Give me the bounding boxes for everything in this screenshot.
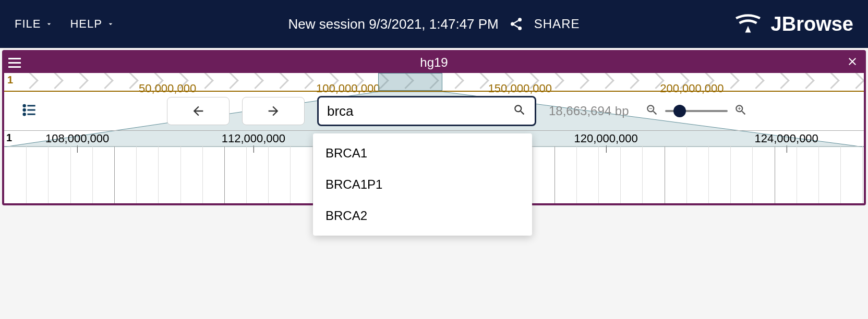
brand-logo: JBrowse	[733, 13, 853, 35]
location-search-box[interactable]	[317, 96, 536, 126]
svg-point-4	[23, 105, 26, 107]
detail-chr-label: 1	[6, 132, 12, 144]
session-area: New session 9/3/2021, 1:47:47 PM SHARE	[288, 16, 580, 32]
basepair-span-label: 18,663,694 bp	[549, 104, 629, 118]
autocomplete-item[interactable]: BRCA1P1	[313, 169, 532, 200]
close-icon	[846, 55, 859, 68]
arrow-left-icon	[191, 104, 206, 118]
file-menu-label: FILE	[15, 17, 41, 31]
detail-tick: 108,000,000	[45, 132, 109, 145]
svg-point-2	[518, 27, 522, 30]
nav-back-button[interactable]	[167, 97, 230, 125]
share-label: SHARE	[534, 17, 580, 31]
detail-tick: 120,000,000	[574, 132, 637, 145]
svg-point-6	[23, 109, 26, 111]
chevron-down-icon	[106, 20, 115, 28]
chromosome-label: 1	[7, 74, 13, 86]
overview-highlight[interactable]	[378, 73, 443, 91]
overview-ruler[interactable]: 1 50,000,000100,000,000150,000,000200,00…	[4, 73, 864, 92]
top-app-bar: FILE HELP New session 9/3/2021, 1:47:47 …	[0, 0, 868, 48]
zoom-slider-thumb[interactable]	[673, 105, 686, 117]
menu-group: FILE HELP	[15, 17, 115, 31]
svg-point-1	[511, 22, 514, 26]
search-icon[interactable]	[513, 103, 526, 119]
share-icon	[509, 17, 524, 31]
zoom-slider[interactable]	[665, 110, 728, 112]
help-menu[interactable]: HELP	[70, 17, 114, 31]
zoom-in-icon	[734, 103, 748, 117]
jbrowse-logo-icon	[733, 13, 763, 35]
search-input[interactable]	[327, 103, 513, 119]
autocomplete-item[interactable]: BRCA1	[313, 138, 532, 169]
close-view-button[interactable]	[846, 55, 859, 70]
track-selector-button[interactable]	[21, 103, 38, 119]
detail-tick: 112,000,000	[222, 132, 285, 145]
chevron-down-icon	[45, 20, 53, 28]
zoom-controls	[645, 103, 748, 119]
share-button[interactable]: SHARE	[534, 17, 580, 31]
navigation-toolbar: 18,663,694 bp	[4, 92, 864, 130]
autocomplete-item[interactable]: BRCA2	[313, 200, 532, 231]
svg-point-8	[23, 113, 26, 115]
svg-point-0	[518, 18, 522, 21]
help-menu-label: HELP	[70, 17, 102, 31]
zoom-out-button[interactable]	[645, 103, 659, 119]
list-icon	[21, 103, 38, 117]
brand-name: JBrowse	[771, 13, 853, 35]
nav-forward-button[interactable]	[242, 97, 305, 125]
search-autocomplete-dropdown: BRCA1BRCA1P1BRCA2	[313, 133, 532, 236]
session-title: New session 9/3/2021, 1:47:47 PM	[288, 16, 499, 32]
zoom-out-icon	[645, 103, 659, 117]
view-header: hg19	[4, 52, 864, 73]
detail-tick: 124,000,000	[755, 132, 818, 145]
file-menu[interactable]: FILE	[15, 17, 53, 31]
arrow-right-icon	[266, 104, 281, 118]
assembly-name: hg19	[420, 55, 448, 70]
zoom-in-button[interactable]	[734, 103, 748, 119]
view-menu-button[interactable]	[4, 58, 25, 68]
